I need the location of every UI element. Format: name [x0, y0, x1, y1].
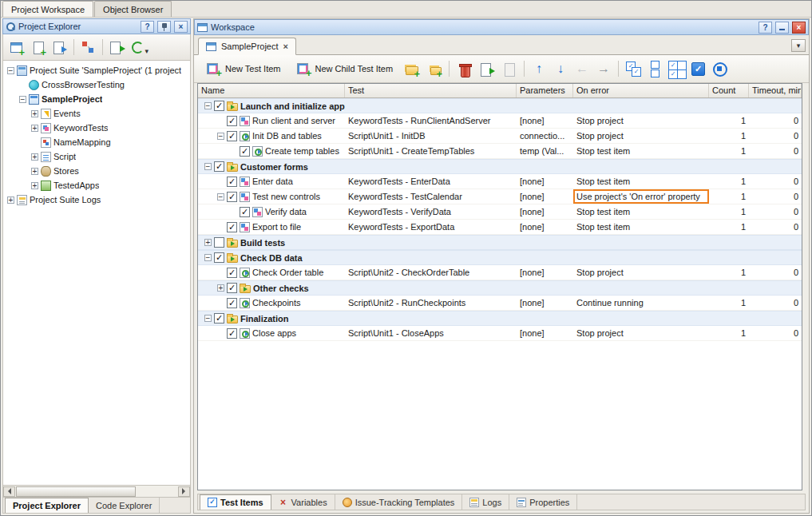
tab-logs[interactable]: Logs	[462, 494, 509, 510]
new-child-group-folder-icon[interactable]	[424, 59, 444, 79]
move-up-icon[interactable]	[529, 59, 549, 78]
column-header-on-error[interactable]: On error	[573, 84, 709, 97]
expander-minus-icon[interactable]	[217, 193, 224, 200]
item-checkbox[interactable]	[214, 161, 224, 172]
item-checkbox[interactable]	[227, 222, 237, 232]
expander-minus-icon[interactable]	[204, 254, 212, 261]
expander-plus-icon[interactable]	[31, 125, 38, 132]
move-right-icon[interactable]	[594, 59, 613, 78]
test-item-row-create-temp-tables[interactable]: Create temp tablesScript\Unit1 - CreateT…	[198, 144, 802, 159]
close-workspace-button[interactable]	[792, 22, 806, 34]
tab-variables[interactable]: Variables	[271, 494, 335, 510]
test-item-row-check-db-data[interactable]: Check DB data	[198, 250, 802, 265]
tab-code-explorer[interactable]: Code Explorer	[89, 498, 160, 513]
item-checkbox[interactable]	[227, 177, 237, 187]
item-checkbox[interactable]	[214, 237, 224, 248]
expander-plus-icon[interactable]	[31, 168, 38, 175]
test-item-row-launch-and-initialize-applications[interactable]: Launch and initialize applications	[198, 98, 802, 113]
move-down-icon[interactable]	[551, 59, 570, 78]
scroll-left-button[interactable]	[3, 486, 15, 497]
add-existing-item-icon[interactable]	[28, 38, 48, 58]
tree-item-testedapps[interactable]: TestedApps	[3, 178, 190, 193]
item-checkbox[interactable]	[227, 298, 237, 308]
test-item-row-run-client-and-server[interactable]: Run client and serverKeywordTests - RunC…	[198, 113, 802, 129]
expander-minus-icon[interactable]	[19, 96, 26, 103]
document-tab-sampleproject[interactable]: SampleProject	[198, 38, 296, 55]
item-checkbox[interactable]	[240, 146, 250, 157]
item-checkbox[interactable]	[214, 101, 224, 111]
test-item-row-init-db-and-tables[interactable]: Init DB and tablesScript\Unit1 - InitDBc…	[198, 129, 802, 144]
tree-item-project-suite-sampleproject-1-project[interactable]: Project Suite 'SampleProject' (1 project	[3, 63, 190, 77]
enable-all-items-icon[interactable]	[667, 59, 686, 78]
test-item-row-other-checks[interactable]: Other checks	[198, 280, 802, 296]
test-item-row-checkpoints[interactable]: CheckpointsScript\Unit2 - RunCheckpoints…	[198, 296, 802, 311]
test-item-row-customer-forms[interactable]: Customer forms	[198, 159, 802, 174]
close-tab-icon[interactable]	[283, 42, 288, 51]
item-checkbox[interactable]	[227, 192, 237, 202]
new-child-test-item-button[interactable]: New Child Test Item	[290, 58, 400, 79]
column-header-parameters[interactable]: Parameters	[517, 84, 573, 97]
expander-minus-icon[interactable]	[204, 102, 212, 109]
stop-on-error-icon[interactable]	[710, 59, 729, 78]
item-checkbox[interactable]	[227, 268, 237, 278]
minimize-button[interactable]	[775, 22, 789, 34]
test-item-row-finalization[interactable]: Finalization	[198, 311, 802, 326]
tree-item-crossbrowsertesting[interactable]: CrossBrowserTesting	[3, 77, 190, 92]
enable-selected-items-icon[interactable]	[624, 59, 643, 78]
tab-test-items[interactable]: Test Items	[200, 494, 271, 510]
help-button[interactable]	[759, 22, 772, 34]
document-list-dropdown-button[interactable]	[791, 39, 806, 52]
object-mapping-icon[interactable]	[78, 38, 98, 58]
scroll-right-button[interactable]	[178, 486, 190, 497]
tree-item-project-suite-logs[interactable]: Project Suite Logs	[3, 193, 190, 207]
open-file-icon[interactable]	[50, 38, 69, 58]
expander-plus-icon[interactable]	[7, 196, 14, 204]
tree-item-script[interactable]: Script	[3, 149, 190, 164]
expander-minus-icon[interactable]	[204, 315, 212, 322]
new-group-folder-icon[interactable]	[402, 59, 422, 79]
item-checkbox[interactable]	[214, 313, 224, 323]
item-checkbox[interactable]	[227, 131, 237, 141]
test-item-row-build-tests[interactable]: Build tests	[198, 235, 802, 250]
tree-item-stores[interactable]: Stores	[3, 164, 190, 178]
column-header-count[interactable]: Count	[709, 84, 749, 97]
test-item-row-test-new-controls[interactable]: Test new controlsKeywordTests - TestCale…	[198, 189, 802, 204]
tree-item-sampleproject[interactable]: SampleProject	[3, 92, 190, 106]
item-checkbox[interactable]	[227, 283, 237, 293]
expander-plus-icon[interactable]	[31, 153, 38, 161]
close-panel-button[interactable]	[174, 21, 188, 33]
tree-item-namemapping[interactable]: NameMapping	[3, 135, 190, 149]
disable-selected-items-icon[interactable]	[645, 59, 664, 78]
item-checkbox[interactable]	[240, 207, 250, 217]
tab-project-explorer[interactable]: Project Explorer	[5, 498, 89, 513]
column-header-test[interactable]: Test	[345, 84, 517, 97]
expander-minus-icon[interactable]	[204, 163, 212, 170]
import-project-icon[interactable]	[107, 38, 127, 58]
expander-plus-icon[interactable]	[217, 284, 224, 292]
delete-test-item-icon[interactable]	[454, 59, 474, 79]
tab-properties[interactable]: Properties	[509, 494, 577, 510]
test-item-row-verify-data[interactable]: Verify dataKeywordTests - VerifyData[non…	[198, 204, 802, 220]
add-new-item-icon[interactable]	[6, 38, 26, 58]
column-header-timeout-min[interactable]: Timeout, min	[749, 84, 802, 97]
horizontal-scrollbar[interactable]	[2, 486, 191, 498]
item-checkbox[interactable]	[214, 252, 224, 263]
expander-plus-icon[interactable]	[204, 239, 212, 246]
test-item-row-enter-data[interactable]: Enter dataKeywordTests - EnterData[none]…	[198, 174, 802, 189]
window-tab-object-browser[interactable]: Object Browser	[94, 1, 172, 17]
scrollbar-thumb[interactable]	[16, 486, 136, 497]
column-header-name[interactable]: Name	[198, 84, 345, 97]
pin-button[interactable]	[157, 21, 171, 33]
expander-plus-icon[interactable]	[31, 182, 38, 189]
tree-item-events[interactable]: Events	[3, 106, 190, 121]
test-item-row-export-to-file[interactable]: Export to fileKeywordTests - ExportData[…	[198, 220, 802, 235]
item-checkbox[interactable]	[227, 116, 237, 126]
tree-item-keywordtests[interactable]: KeywordTests	[3, 121, 190, 135]
tab-issue-tracking-templates[interactable]: Issue-Tracking Templates	[335, 494, 463, 510]
test-item-row-close-apps[interactable]: Close appsScript\Unit1 - CloseApps[none]…	[198, 326, 802, 341]
expander-minus-icon[interactable]	[217, 133, 224, 140]
item-checkbox[interactable]	[227, 328, 237, 339]
export-test-items-icon[interactable]	[477, 59, 497, 79]
expander-minus-icon[interactable]	[7, 67, 14, 74]
help-button[interactable]	[141, 21, 154, 33]
